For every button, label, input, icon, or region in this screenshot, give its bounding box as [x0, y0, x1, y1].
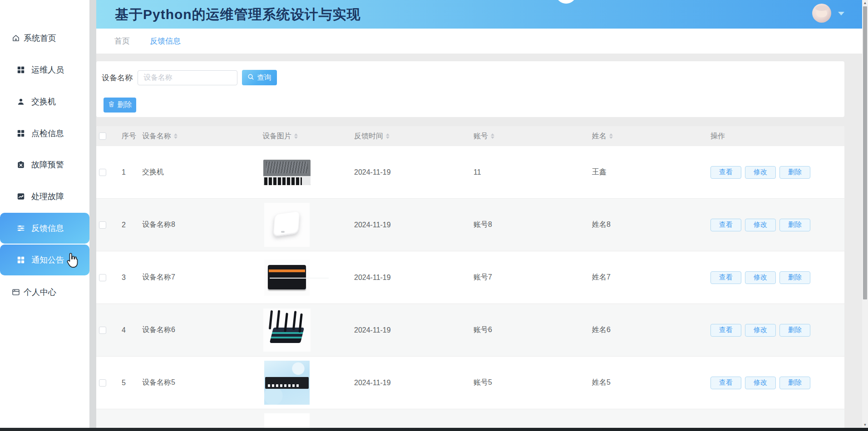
edit-button[interactable]: 修改 — [745, 377, 776, 389]
column-header[interactable]: 姓名 — [592, 132, 710, 141]
feedback-time-cell: 2024-11-19 — [354, 168, 473, 176]
edit-button[interactable]: 修改 — [745, 219, 776, 231]
view-button[interactable]: 查看 — [710, 166, 741, 179]
row-checkbox[interactable] — [99, 221, 106, 229]
row-checkbox[interactable] — [99, 379, 106, 387]
white-ap-image — [263, 202, 311, 248]
taskbar-edge — [0, 428, 868, 431]
person-name-cell: 姓名5 — [592, 378, 710, 387]
network-switch-image — [263, 150, 311, 195]
row-index: 3 — [122, 274, 142, 282]
orange-router-image — [263, 255, 311, 300]
breadcrumb-current[interactable]: 反馈信息 — [150, 36, 181, 46]
table-row: 1 交换机 2024-11-19 11 王鑫 查看修改删除 — [96, 146, 844, 199]
delete-button[interactable]: 删除 — [779, 166, 810, 179]
column-header[interactable]: 账号 — [473, 132, 592, 141]
alert-icon — [17, 161, 25, 169]
chevron-down-icon[interactable] — [838, 12, 844, 15]
sidebar-gutter — [89, 0, 96, 428]
device-name-cell: 设备名称8 — [142, 220, 262, 230]
view-button[interactable]: 查看 — [710, 324, 741, 337]
account-cell: 账号7 — [473, 273, 592, 282]
row-index: 2 — [122, 221, 142, 229]
column-header[interactable]: 设备名称 — [142, 132, 262, 141]
main-area: 基于Python的运维管理系统设计与实现 首页 反馈信息 设备名称 查询 删除 — [96, 0, 862, 428]
sidebar-item-label: 处理故障 — [31, 191, 64, 202]
table-body: 1 交换机 2024-11-19 11 王鑫 查看修改删除 2 设备名称8 20… — [96, 146, 844, 431]
sidebar-item-7[interactable]: 反馈信息 — [0, 213, 89, 244]
edit-button[interactable]: 修改 — [745, 166, 776, 179]
column-header: 序号 — [122, 132, 142, 141]
account-cell: 账号6 — [473, 325, 592, 335]
sidebar: 系统首页运维人员交换机点检信息故障预警处理故障反馈信息通知公告个人中心 — [0, 0, 89, 428]
column-header: 操作 — [710, 132, 844, 141]
antenna-router-image — [263, 308, 311, 353]
edit-button[interactable]: 修改 — [745, 324, 776, 337]
sidebar-item-8[interactable]: 通知公告 — [0, 245, 89, 275]
search-input[interactable] — [138, 70, 237, 85]
sidebar-item-6[interactable]: 处理故障 — [0, 181, 89, 212]
feedback-time-cell: 2024-11-19 — [354, 274, 473, 282]
sidebar-item-2[interactable]: 运维人员 — [0, 54, 89, 85]
scroll-down-icon[interactable]: ▼ — [862, 422, 868, 428]
query-button[interactable]: 查询 — [242, 70, 277, 85]
avatar[interactable] — [812, 4, 831, 23]
account-cell: 账号8 — [473, 220, 592, 230]
row-actions: 查看修改删除 — [710, 271, 844, 284]
table-header-row: 序号设备名称设备图片反馈时间账号姓名操作 — [96, 126, 844, 146]
scroll-bubble — [556, 0, 577, 4]
select-all-checkbox[interactable] — [99, 132, 106, 140]
scrollbar-thumb[interactable] — [863, 6, 867, 299]
device-name-cell: 交换机 — [142, 167, 262, 177]
row-checkbox[interactable] — [99, 327, 106, 334]
delete-button[interactable]: 删除 — [779, 219, 810, 231]
breadcrumb-home[interactable]: 首页 — [114, 36, 130, 46]
person-name-cell: 姓名6 — [592, 325, 710, 335]
sidebar-item-label: 交换机 — [31, 96, 56, 107]
row-checkbox[interactable] — [99, 169, 106, 176]
table-row: 5 设备名称5 2024-11-19 账号5 姓名5 查看修改删除 — [96, 357, 844, 409]
row-index: 5 — [122, 379, 142, 387]
card-icon — [12, 288, 20, 296]
scrollbar[interactable]: ▲ ▼ — [862, 0, 868, 428]
view-button[interactable]: 查看 — [710, 219, 741, 231]
table-row: 3 设备名称7 2024-11-19 账号7 姓名7 查看修改删除 — [96, 251, 844, 304]
device-name-cell: 设备名称5 — [142, 378, 262, 387]
sidebar-item-3[interactable]: 交换机 — [0, 86, 89, 117]
row-checkbox[interactable] — [99, 274, 106, 281]
device-name-cell: 设备名称7 — [142, 273, 262, 282]
feedback-time-cell: 2024-11-19 — [354, 326, 473, 334]
device-name-cell: 设备名称6 — [142, 325, 262, 335]
blue-rack-image — [263, 360, 311, 406]
top-header: 基于Python的运维管理系统设计与实现 — [96, 0, 862, 29]
sidebar-item-label: 故障预警 — [31, 159, 64, 170]
chart-icon — [17, 192, 25, 201]
sort-icon[interactable] — [609, 133, 613, 139]
page-title: 基于Python的运维管理系统设计与实现 — [115, 5, 361, 24]
column-header[interactable]: 反馈时间 — [354, 132, 473, 141]
bulk-delete-button[interactable]: 删除 — [104, 98, 136, 113]
delete-button[interactable]: 删除 — [779, 377, 810, 389]
sidebar-item-9[interactable]: 个人中心 — [0, 277, 89, 308]
row-actions: 查看修改删除 — [710, 219, 844, 231]
data-table: 序号设备名称设备图片反馈时间账号姓名操作 1 交换机 2024-11-19 11… — [96, 126, 844, 431]
scroll-up-icon[interactable]: ▲ — [862, 0, 868, 6]
delete-button[interactable]: 删除 — [779, 271, 810, 284]
sort-icon[interactable] — [174, 133, 178, 139]
table-row: 2 设备名称8 2024-11-19 账号8 姓名8 查看修改删除 — [96, 199, 844, 251]
view-button[interactable]: 查看 — [710, 377, 741, 389]
sidebar-item-4[interactable]: 点检信息 — [0, 118, 89, 149]
sidebar-item-1[interactable]: 系统首页 — [0, 23, 89, 54]
sidebar-item-label: 个人中心 — [24, 287, 56, 298]
sort-icon[interactable] — [491, 133, 494, 139]
search-label: 设备名称 — [102, 73, 133, 83]
edit-button[interactable]: 修改 — [745, 271, 776, 284]
sidebar-item-5[interactable]: 故障预警 — [0, 149, 89, 180]
view-button[interactable]: 查看 — [710, 271, 741, 284]
column-header[interactable]: 设备图片 — [262, 132, 354, 141]
sort-icon[interactable] — [294, 133, 298, 139]
grid-icon — [17, 256, 25, 264]
sort-icon[interactable] — [386, 133, 390, 139]
delete-button[interactable]: 删除 — [779, 324, 810, 337]
sidebar-item-label: 系统首页 — [24, 33, 56, 44]
